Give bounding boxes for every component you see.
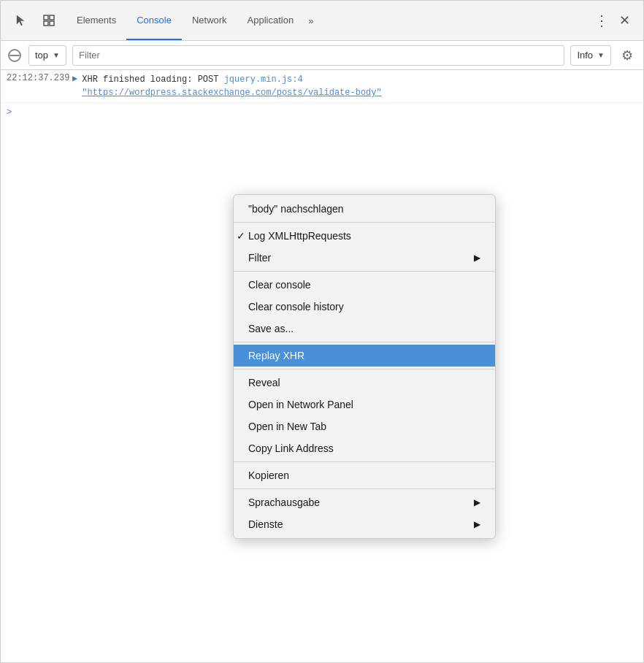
- menu-separator-1: [234, 222, 495, 223]
- more-tabs-button[interactable]: »: [304, 1, 318, 40]
- menu-item-label: Dienste: [248, 518, 283, 530]
- toolbar-icons-group: [4, 10, 66, 31]
- menu-item-label: Save as...: [248, 323, 294, 334]
- svg-rect-3: [50, 21, 54, 26]
- log-level-label: Info: [577, 50, 593, 61]
- menu-item-lookup-body[interactable]: "body" nachschlagen: [234, 198, 495, 220]
- menu-item-open-new-tab[interactable]: Open in New Tab: [234, 415, 495, 437]
- log-level-chevron-icon: ▼: [597, 51, 605, 59]
- svg-rect-1: [44, 21, 48, 26]
- menu-separator-2: [234, 271, 495, 272]
- menu-item-copy-link-address[interactable]: Copy Link Address: [234, 437, 495, 459]
- menu-item-reveal[interactable]: Reveal: [234, 372, 495, 394]
- context-selector[interactable]: top ▼: [28, 45, 66, 66]
- menu-item-label: Clear console history: [248, 301, 344, 313]
- menu-item-label: Open in Network Panel: [248, 399, 353, 410]
- menu-item-label: Reveal: [248, 377, 280, 388]
- menu-separator-6: [234, 488, 495, 489]
- context-label: top: [35, 50, 48, 61]
- svg-rect-0: [44, 15, 48, 20]
- menu-item-save-as[interactable]: Save as...: [234, 318, 495, 340]
- devtools-toolbar: Elements Console Network Application » ⋮…: [1, 1, 643, 41]
- menu-item-label: Log XMLHttpRequests: [248, 230, 351, 242]
- menu-separator-4: [234, 369, 495, 369]
- menu-item-kopieren[interactable]: Kopieren: [234, 464, 495, 486]
- menu-item-replay-xhr[interactable]: Replay XHR: [234, 345, 495, 367]
- menu-item-sprachausgabe[interactable]: Sprachausgabe ▶: [234, 491, 495, 513]
- menu-item-label: Clear console: [248, 279, 311, 291]
- submenu-arrow-sprachausgabe-icon: ▶: [474, 497, 480, 507]
- console-toolbar: top ▼ Info ▼ ⚙: [1, 41, 643, 70]
- console-content: 22:12:37.239 ▶ XHR finished loading: POS…: [1, 70, 643, 662]
- context-menu: "body" nachschlagen Log XMLHttpRequests …: [233, 194, 496, 539]
- tab-network[interactable]: Network: [182, 1, 237, 40]
- menu-item-label: Kopieren: [248, 470, 289, 481]
- menu-item-dienste[interactable]: Dienste ▶: [234, 513, 495, 535]
- menu-item-label: Replay XHR: [248, 350, 304, 361]
- menu-separator-3: [234, 342, 495, 342]
- menu-separator-5: [234, 461, 495, 462]
- submenu-arrow-dienste-icon: ▶: [474, 519, 480, 529]
- log-expand-arrow[interactable]: ▶: [72, 73, 77, 84]
- toolbar-right-group: ⋮ ✕: [591, 10, 640, 31]
- log-level-selector[interactable]: Info ▼: [570, 45, 611, 66]
- menu-item-label: Filter: [248, 252, 271, 264]
- menu-item-label: Sprachausgabe: [248, 497, 320, 508]
- svg-rect-2: [50, 15, 54, 20]
- filter-input[interactable]: [79, 50, 558, 61]
- clear-console-icon[interactable]: [7, 47, 23, 64]
- menu-item-filter[interactable]: Filter ▶: [234, 247, 495, 269]
- menu-item-open-network-panel[interactable]: Open in Network Panel: [234, 394, 495, 415]
- log-message-text: XHR finished loading: POST jquery.min.js…: [82, 73, 637, 99]
- tab-group: Elements Console Network Application »: [66, 1, 318, 40]
- tab-elements[interactable]: Elements: [66, 1, 126, 40]
- tab-application[interactable]: Application: [237, 1, 304, 40]
- submenu-arrow-icon: ▶: [474, 253, 480, 263]
- log-entry-xhr: 22:12:37.239 ▶ XHR finished loading: POS…: [1, 70, 643, 103]
- menu-item-label: Copy Link Address: [248, 442, 334, 454]
- menu-item-clear-console-history[interactable]: Clear console history: [234, 296, 495, 318]
- console-prompt-row[interactable]: >: [1, 103, 643, 122]
- log-timestamp: 22:12:37.239: [7, 73, 72, 83]
- filter-input-container[interactable]: [72, 45, 564, 66]
- menu-item-label: Open in New Tab: [248, 421, 326, 432]
- tab-console[interactable]: Console: [126, 1, 182, 40]
- inspect-icon[interactable]: [39, 10, 59, 31]
- close-devtools-button[interactable]: ✕: [614, 10, 635, 31]
- context-chevron-icon: ▼: [53, 51, 60, 59]
- console-settings-icon[interactable]: ⚙: [617, 45, 637, 66]
- devtools-window: Elements Console Network Application » ⋮…: [0, 0, 644, 663]
- devtools-menu-button[interactable]: ⋮: [591, 10, 611, 31]
- menu-item-log-xhr[interactable]: Log XMLHttpRequests: [234, 225, 495, 247]
- prompt-arrow-icon: >: [7, 107, 12, 118]
- menu-item-label: "body" nachschlagen: [248, 203, 344, 215]
- cursor-icon[interactable]: [11, 10, 31, 31]
- menu-item-clear-console[interactable]: Clear console: [234, 274, 495, 296]
